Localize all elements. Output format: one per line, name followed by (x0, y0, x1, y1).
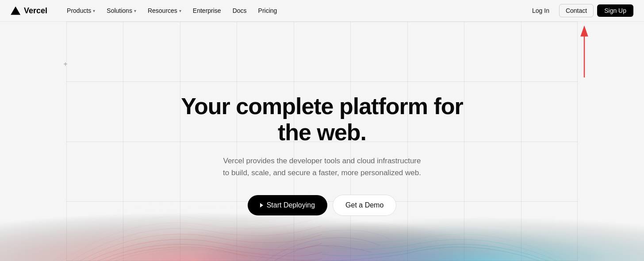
grid-col (66, 22, 123, 261)
signup-button[interactable]: Sign Up (597, 4, 633, 17)
grid-col (521, 22, 578, 261)
chevron-down-icon: ▾ (179, 8, 181, 13)
hero-content: Your complete platform for the web. Verc… (167, 93, 477, 216)
navbar: Vercel Products ▾ Solutions ▾ Resources … (0, 0, 644, 22)
nav-docs[interactable]: Docs (227, 4, 252, 17)
triangle-icon (260, 203, 263, 207)
login-button[interactable]: Log In (526, 4, 556, 17)
brand-logo[interactable]: Vercel (11, 6, 47, 15)
get-demo-button[interactable]: Get a Demo (333, 195, 396, 216)
hero-section: + (0, 0, 644, 261)
nav-right: Log In Contact Sign Up (526, 4, 633, 17)
chevron-down-icon: ▾ (93, 8, 95, 13)
nav-enterprise[interactable]: Enterprise (188, 4, 226, 17)
start-deploying-button[interactable]: Start Deploying (248, 195, 327, 215)
contact-button[interactable]: Contact (559, 4, 594, 17)
nav-pricing[interactable]: Pricing (253, 4, 283, 17)
grid-row (66, 22, 578, 81)
plus-marker: + (63, 61, 67, 68)
chevron-down-icon: ▾ (134, 8, 136, 13)
nav-products[interactable]: Products ▾ (61, 4, 100, 17)
nav-resources[interactable]: Resources ▾ (142, 4, 187, 17)
nav-links: Products ▾ Solutions ▾ Resources ▾ Enter… (61, 4, 526, 17)
nav-solutions[interactable]: Solutions ▾ (101, 4, 142, 17)
hero-buttons: Start Deploying Get a Demo (167, 195, 477, 216)
hero-subtitle: Vercel provides the developer tools and … (167, 155, 477, 179)
hero-title: Your complete platform for the web. (167, 93, 477, 146)
brand-name: Vercel (24, 6, 47, 15)
